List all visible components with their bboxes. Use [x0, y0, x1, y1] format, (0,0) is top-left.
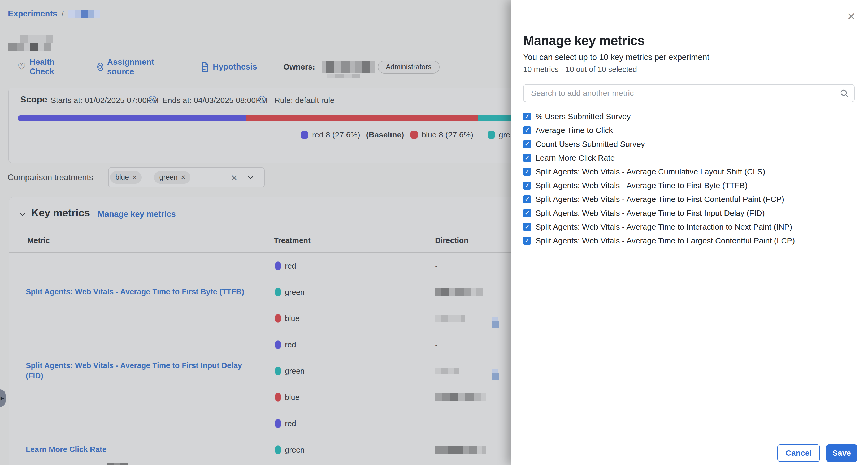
footer-divider [511, 438, 868, 438]
breadcrumb: Experiments / [8, 9, 100, 19]
treatment-swatch [275, 341, 281, 349]
metric-label: Split Agents: Web Vitals - Average Time … [536, 223, 792, 231]
hypothesis-label: Hypothesis [213, 62, 257, 72]
health-check-label: Health Check [29, 57, 55, 77]
panel-subtitle: You can select up to 10 key metrics per … [523, 53, 709, 62]
info-icon[interactable]: i [149, 96, 156, 103]
checkbox-checked[interactable] [523, 209, 531, 217]
treatment-name: green [285, 288, 305, 296]
legend-swatch-blue [410, 131, 418, 139]
heart-icon [17, 62, 26, 72]
redacted-owner-subtext [327, 74, 360, 78]
checkbox-checked[interactable] [523, 140, 531, 148]
remove-chip-icon[interactable] [132, 174, 137, 181]
select-divider [243, 171, 243, 185]
info-icon[interactable]: i [258, 96, 266, 103]
redacted-direction [435, 368, 460, 375]
redacted-direction [435, 393, 486, 401]
assignment-source-link[interactable]: Assignment source [97, 60, 156, 73]
legend-label: gre [499, 130, 510, 139]
checkbox-checked[interactable] [523, 237, 531, 245]
legend-swatch-red [301, 131, 308, 139]
treatment-name: green [285, 445, 305, 454]
scope-ends-at: Ends at: 04/03/2025 08:00PM [162, 96, 268, 105]
redacted-direction [435, 446, 486, 454]
metric-label: Count Users Submitted Survey [536, 140, 645, 149]
metric-label: Split Agents: Web Vitals - Average Time … [536, 181, 748, 190]
list-item[interactable]: Split Agents: Web Vitals - Average Cumul… [523, 165, 859, 179]
arrow-right-icon [1, 396, 4, 401]
chevron-down-icon[interactable] [248, 174, 253, 179]
treatment-name: red [285, 261, 296, 270]
checkbox-checked[interactable] [523, 126, 531, 134]
column-header-direction: Direction [435, 236, 468, 245]
search-icon[interactable] [840, 89, 849, 98]
redacted-direction-badge [492, 317, 499, 327]
direction-value: - [435, 419, 438, 428]
list-item[interactable]: % Users Submitted Survey [523, 110, 859, 123]
health-check-link[interactable]: Health Check [17, 60, 55, 73]
search-input[interactable] [524, 85, 854, 101]
checkbox-checked[interactable] [523, 154, 531, 162]
redacted-experiment-name [68, 10, 100, 18]
breadcrumb-separator: / [62, 9, 64, 18]
checkbox-checked[interactable] [523, 113, 531, 120]
treatment-swatch [275, 288, 281, 296]
assignment-source-label: Assignment source [107, 57, 157, 77]
chip-blue[interactable]: blue [110, 171, 142, 184]
breadcrumb-experiments-link[interactable]: Experiments [8, 9, 57, 19]
manage-key-metrics-panel: Manage key metrics You can select up to … [511, 0, 868, 465]
treatment-swatch [275, 367, 281, 375]
bar-segment-blue [246, 115, 478, 121]
save-button[interactable]: Save [826, 444, 858, 462]
collapse-chevron-icon[interactable] [20, 211, 25, 216]
administrators-badge: Administrators [378, 60, 440, 74]
redacted-title-row2 [8, 43, 52, 51]
direction-value: - [435, 340, 438, 349]
legend-baseline-label: (Baseline) [366, 130, 404, 139]
comparison-treatments-label: Comparison treatments [8, 173, 93, 182]
treatment-name: red [285, 340, 296, 349]
list-item[interactable]: Learn More Click Rate [523, 151, 859, 165]
checkbox-checked[interactable] [523, 195, 531, 203]
list-item[interactable]: Average Time to Click [523, 123, 859, 137]
metrics-checkbox-list: % Users Submitted Survey Average Time to… [523, 110, 859, 248]
treatment-swatch [275, 314, 281, 323]
list-item[interactable]: Split Agents: Web Vitals - Average Time … [523, 234, 859, 248]
metric-label: Split Agents: Web Vitals - Average Time … [536, 195, 784, 204]
checkbox-checked[interactable] [523, 223, 531, 231]
treatment-name: blue [285, 314, 300, 323]
checkbox-checked[interactable] [523, 181, 531, 190]
hypothesis-link[interactable]: Hypothesis [201, 60, 257, 73]
redacted-direction-badge [492, 370, 499, 380]
treatment-swatch [275, 419, 281, 428]
cancel-button[interactable]: Cancel [777, 444, 820, 462]
list-item[interactable]: Split Agents: Web Vitals - Average Time … [523, 220, 859, 234]
bar-segment-red [18, 115, 246, 121]
checkbox-checked[interactable] [523, 168, 531, 176]
metric-label: Average Time to Click [536, 126, 613, 135]
legend-label: blue 8 (27.6%) [422, 130, 473, 139]
panel-title: Manage key metrics [523, 33, 644, 48]
chip-green[interactable]: green [154, 171, 190, 184]
clear-selection-icon[interactable] [228, 168, 240, 188]
legend-label: red 8 (27.6%) [312, 130, 360, 139]
manage-key-metrics-link[interactable]: Manage key metrics [98, 209, 176, 219]
list-item[interactable]: Split Agents: Web Vitals - Average Time … [523, 179, 859, 193]
list-item[interactable]: Count Users Submitted Survey [523, 137, 859, 151]
target-icon [97, 63, 103, 71]
treatment-name: blue [285, 393, 300, 402]
app-root: Experiments / Health Check Assignment so… [0, 0, 868, 465]
remove-chip-icon[interactable] [181, 174, 186, 181]
chip-label: green [159, 173, 178, 181]
close-icon[interactable] [843, 8, 860, 25]
metric-search [523, 84, 855, 102]
list-item[interactable]: Split Agents: Web Vitals - Average Time … [523, 206, 859, 220]
metric-label: Split Agents: Web Vitals - Average Cumul… [536, 167, 765, 176]
document-icon [201, 62, 209, 72]
treatment-name: green [285, 367, 305, 375]
list-item[interactable]: Split Agents: Web Vitals - Average Time … [523, 193, 859, 206]
comparison-treatments-select[interactable]: blue green [108, 168, 265, 187]
treatment-swatch [275, 446, 281, 454]
expand-sidebar-handle[interactable] [0, 389, 6, 407]
